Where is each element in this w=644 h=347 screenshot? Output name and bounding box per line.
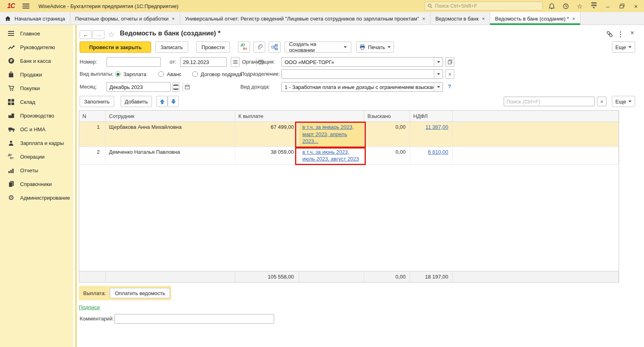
signatures-link[interactable]: Подписи [79, 304, 100, 310]
close-window-button[interactable]: × [632, 2, 640, 10]
calendar-icon[interactable] [183, 83, 191, 91]
number-field[interactable] [107, 57, 161, 67]
create-based-on-button[interactable]: Создать на основании [285, 41, 351, 53]
sidebar-item-os-nma[interactable]: ОС и НМА [0, 122, 73, 136]
post-and-close-button[interactable]: Провести и закрыть [80, 41, 151, 53]
cell-collected[interactable]: 0,00 [364, 147, 410, 164]
journal-list-icon[interactable] [231, 57, 240, 67]
tab-close-icon[interactable]: × [572, 16, 575, 22]
sidebar-item-prodazhi[interactable]: Продажи [0, 68, 73, 81]
tab-print-forms[interactable]: Печатные формы, отчеты и обработки × [70, 12, 180, 25]
department-combo[interactable] [281, 69, 443, 79]
ndfl-link[interactable]: 6 810,00 [428, 149, 448, 155]
income-kind-combo[interactable]: 1 - Заработная плата и иные доходы с огр… [281, 82, 443, 92]
col-header-collected[interactable]: Взыскано [364, 111, 410, 122]
print-button[interactable]: Печать [356, 41, 394, 53]
toolbar-more-button[interactable]: Еще [612, 41, 635, 53]
cell-month-detail[interactable]: в т.ч. за январь 2023, март 2023, апрель… [299, 122, 364, 147]
chevron-down-icon[interactable] [434, 58, 443, 66]
tab-close-icon[interactable]: × [482, 16, 485, 22]
cell-employee[interactable]: Демченко Наталья Павловна [106, 147, 235, 164]
nav-forward-button[interactable]: → [92, 30, 105, 39]
restore-button[interactable] [618, 2, 626, 10]
month-detail-link[interactable]: в т.ч. за январь 2023, март 2023, апрель… [302, 124, 354, 144]
tab-universal-report[interactable]: Универсальный отчет: Регистр сведений "Л… [180, 12, 431, 25]
add-row-button[interactable]: Добавить [121, 96, 152, 107]
global-search[interactable] [425, 2, 543, 10]
post-button[interactable]: Провести [196, 41, 230, 53]
sidebar-item-spravochniki[interactable]: Справочники [0, 177, 73, 191]
radio-zarplata[interactable]: Зарплата [115, 69, 146, 79]
radio-avans[interactable]: Аванс [158, 69, 181, 79]
col-header-employee[interactable]: Сотрудник [106, 111, 235, 122]
save-button[interactable]: Записать [155, 41, 188, 53]
cell-num[interactable]: 1 [79, 122, 106, 147]
grid-search-input[interactable] [504, 97, 594, 106]
nav-back-button[interactable]: ← [80, 30, 92, 39]
cell-ndfl[interactable]: 11 387,00 [410, 122, 453, 147]
notifications-bell-icon[interactable] [548, 2, 556, 10]
close-form-button[interactable]: × [630, 29, 634, 37]
cell-amount[interactable]: 38 059,00 [235, 147, 299, 164]
global-search-input[interactable] [435, 3, 540, 9]
clear-search-icon[interactable]: × [597, 97, 607, 106]
month-field[interactable] [107, 82, 171, 92]
sidebar-item-operacii[interactable]: ДтКт Операции [0, 150, 73, 163]
more-menu-icon[interactable] [620, 31, 621, 37]
cell-employee[interactable]: Щербакова Анна Михайловна [106, 122, 235, 147]
sidebar-item-glavnoe[interactable]: Главное [0, 27, 73, 40]
sidebar-item-bank-kassa[interactable]: ₽ Банк и касса [0, 54, 73, 68]
col-header-amount[interactable]: К выплате [235, 111, 364, 122]
help-link[interactable]: ? [448, 83, 451, 89]
grid-more-button[interactable]: Еще [612, 96, 635, 107]
step-up-icon[interactable] [173, 83, 179, 87]
minimize-button[interactable]: – [604, 2, 612, 10]
ndfl-link[interactable]: 11 387,00 [425, 124, 448, 130]
col-header-num[interactable]: N [79, 111, 106, 122]
grid-search-field[interactable] [504, 97, 595, 106]
main-menu-icon[interactable] [23, 4, 29, 8]
table-row[interactable]: 2 Демченко Наталья Павловна 38 059,00 в … [79, 147, 619, 165]
sidebar-item-rukovoditelyu[interactable]: Руководителю [0, 40, 73, 54]
tab-close-icon[interactable]: × [422, 16, 425, 22]
tab-home[interactable]: Начальная страница [0, 12, 70, 25]
sidebar-item-otchety[interactable]: Отчеты [0, 163, 73, 177]
chevron-down-icon[interactable] [434, 83, 443, 91]
sidebar-item-zarplata-kadry[interactable]: Зарплата и кадры [0, 136, 73, 150]
tab-close-icon[interactable]: × [172, 16, 175, 22]
sidebar-item-sklad[interactable]: Склад [0, 95, 73, 109]
cell-collected[interactable]: 0,00 [364, 122, 410, 147]
sidebar-item-administrirovanie[interactable]: ⚙ Администрирование [0, 191, 73, 204]
attachments-button[interactable] [253, 41, 265, 53]
favorites-star-icon[interactable]: ☆ [576, 2, 584, 10]
chevron-down-icon[interactable] [434, 70, 443, 78]
pay-sheet-button[interactable]: Оплатить ведомость [110, 288, 170, 298]
cell-num[interactable]: 2 [79, 147, 106, 164]
tab-vedomosti-v-bank[interactable]: Ведомости в банк × [431, 12, 490, 25]
favorite-star-icon[interactable]: ☆ [108, 30, 115, 39]
month-input[interactable] [107, 83, 183, 91]
clear-department-icon[interactable]: × [445, 69, 454, 79]
sidebar-item-proizvodstvo[interactable]: Производство [0, 109, 73, 122]
step-down-icon[interactable] [173, 87, 179, 91]
sidebar-item-pokupki[interactable]: Покупки [0, 81, 73, 95]
comment-input[interactable] [115, 314, 274, 323]
get-link-icon[interactable] [606, 31, 613, 37]
history-icon[interactable] [562, 2, 570, 10]
comment-field[interactable] [115, 314, 274, 324]
cell-ndfl[interactable]: 6 810,00 [410, 147, 453, 164]
open-organization-icon[interactable] [445, 57, 454, 67]
cell-amount[interactable]: 67 499,00 [235, 122, 299, 147]
table-row[interactable]: 1 Щербакова Анна Михайловна 67 499,00 в … [79, 122, 619, 147]
move-up-button[interactable] [156, 96, 168, 107]
dtkt-postings-button[interactable]: ДтКт [238, 41, 250, 53]
tab-vedomost-create[interactable]: Ведомость в банк (создание) * × [490, 12, 580, 25]
fill-button[interactable]: Заполнить [80, 96, 114, 107]
month-detail-link[interactable]: в т.ч. за июнь 2023, июль 2023, август 2… [302, 149, 359, 162]
panel-settings-icon[interactable] [590, 2, 598, 10]
move-down-button[interactable] [168, 96, 179, 107]
radio-dogovor[interactable]: Договор подряда [192, 69, 242, 79]
cell-month-detail[interactable]: в т.ч. за июнь 2023, июль 2023, август 2… [299, 147, 364, 164]
date-field[interactable] [180, 57, 227, 67]
structure-button[interactable] [269, 41, 281, 53]
